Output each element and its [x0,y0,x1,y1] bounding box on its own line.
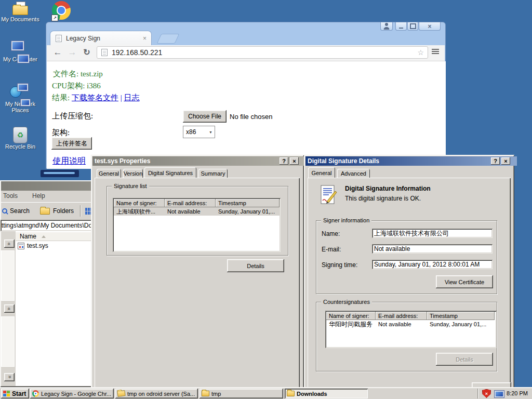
email-field[interactable]: Not available [372,244,493,254]
tab-general[interactable]: General [308,167,335,178]
cell-signer: 华阳时间戳服务 [326,320,376,328]
desktop-icon-recycle-bin[interactable]: ♻ Recycle Bin [1,127,39,150]
table-row[interactable]: 华阳时间戳服务 Not available Sunday, January 01… [326,320,495,328]
minimize-button[interactable] [395,22,407,31]
chevron-down-icon: ▼ [209,130,212,134]
start-button[interactable]: Start [1,389,29,398]
desktop-icon-my-documents[interactable]: My Documents [1,2,39,22]
reload-button[interactable]: ↻ [81,46,93,59]
table-row-selected[interactable]: 上海域联软件... Not available Sunday, January … [114,207,280,216]
signature-details-titlebar[interactable]: Digital Signature Details [305,156,517,166]
folders-button[interactable]: Folders [40,207,74,215]
result-label: 结果: [52,94,70,102]
upload-label: 上传压缩包: [52,111,93,121]
upload-and-sign-button[interactable]: 上传并签名 [51,137,92,150]
tab-summary[interactable]: Summary [198,169,228,178]
col-name-of-signer[interactable]: Name of signer: [326,312,376,320]
new-tab-button[interactable] [157,34,180,44]
col-email-address[interactable]: E-mail address: [165,199,216,207]
maximize-button[interactable] [407,22,418,31]
close-button[interactable]: × [501,157,510,165]
close-button[interactable]: × [290,157,299,165]
close-button[interactable]: × [419,22,441,31]
security-alert-icon[interactable]: × [482,389,491,398]
name-label: Name: [322,230,340,237]
task-button-tmp[interactable]: tmp [200,389,283,398]
search-button[interactable]: Search [1,207,30,215]
signing-time-value: Sunday, January 01, 2012 8:00:01 AM [372,261,480,268]
forward-button[interactable]: → [66,46,78,59]
bookmark-star-icon[interactable]: ☆ [417,48,424,57]
start-label: Start [12,390,26,397]
chrome-menu-button[interactable] [432,49,439,50]
task-button-chrome[interactable]: Legacy Sign - Google Chr... [30,389,114,398]
properties-titlebar[interactable]: test.sys Properties [92,156,307,166]
choose-file-button[interactable]: Choose File [183,110,227,123]
task-button-odroid[interactable]: tmp on odroid server (Sa... [115,389,198,398]
network-icon[interactable] [494,390,504,398]
log-link[interactable]: 日志 [124,94,139,102]
screen [496,392,503,396]
details-button[interactable]: Details [227,259,284,272]
tab-close-icon[interactable]: × [143,35,147,42]
menu-help[interactable]: Help [32,192,45,200]
task-panel-section [1,250,15,301]
profile-button[interactable] [380,22,393,31]
countersignatures-table[interactable]: Name of signer: E-mail address: Timestam… [325,311,497,348]
menu-tools[interactable]: Tools [3,192,18,200]
view-certificate-button[interactable]: View Certificate [436,275,493,288]
tab-version[interactable]: Version [123,169,143,178]
col-timestamp[interactable]: Timestamp [427,312,495,320]
toolbar-separator [80,205,81,217]
desktop-icon-my-network-places[interactable]: My Network Places [1,83,39,113]
browser-tab[interactable]: Legacy Sign × [50,31,152,45]
tab-digital-signatures[interactable]: Digital Signatures [144,167,196,178]
collapse-panel-button[interactable]: « [4,304,15,313]
signer-information-group: Signer information Name: 上海域联软件技术有限公司 E-… [316,220,497,294]
tab-advanced[interactable]: Advanced [337,169,370,178]
computer-icon [17,83,29,91]
signing-time-field[interactable]: Sunday, January 01, 2012 8:00:01 AM [372,260,493,269]
chevron-up-icon: « [6,242,12,245]
instructions-link[interactable]: 使用说明 [52,156,86,167]
clock[interactable]: 8:20 PM [507,390,528,396]
col-name-of-signer[interactable]: Name of signer: [114,199,165,207]
file-row-test-sys[interactable]: test.sys [18,242,48,249]
shortcut-arrow-icon: ↗ [51,15,58,21]
tab-general[interactable]: General [97,169,121,178]
details-button-disabled: Details [436,353,493,366]
back-button[interactable]: ← [51,46,64,59]
icon-detail [44,172,75,174]
tab-title: Legacy Sign [66,35,100,42]
task-button-downloads[interactable]: Downloads [285,389,368,398]
arch-select[interactable]: x86 ▼ [183,126,215,138]
tab-page: Digital Signature Information This digit… [308,178,511,397]
download-signed-file-link[interactable]: 下载签名文件 [72,94,118,102]
computer-icon [11,41,24,51]
signature-list-table[interactable]: Name of signer: E-mail address: Timestam… [113,198,281,252]
column-label: Name [16,233,36,240]
address-text: ttings\atmgnd\My Documents\Downl [1,222,101,229]
tray-separator [477,389,478,398]
select-value: x86 [183,128,196,136]
collapse-panel-button[interactable]: « [4,240,15,248]
help-button[interactable]: ? [491,157,500,165]
dialog-title: Digital Signature Details [308,157,379,165]
group-label: Signer information [321,217,371,224]
dialog-title: test.sys Properties [95,157,150,165]
desktop-icon-chrome-shortcut[interactable]: ↗ [50,1,73,20]
name-field[interactable]: 上海域联软件技术有限公司 [372,229,493,238]
address-bar[interactable]: 192.168.50.221 ☆ [97,46,428,59]
info-title: Digital Signature Information [345,185,431,192]
col-timestamp[interactable]: Timestamp [216,199,280,207]
help-button[interactable]: ? [280,157,288,165]
col-email-address[interactable]: E-mail address: [376,312,427,320]
cell-timestamp: Sunday, January 01,... [427,320,495,328]
tab-page: Signature list Name of signer: E-mail ad… [95,178,300,397]
desktop-icon-my-computer[interactable]: My Computer [1,39,39,62]
email-value: Not available [372,245,410,252]
windows-logo-icon [3,391,10,396]
info-text: This digital signature is OK. [345,195,421,202]
task-label: tmp on odroid server (Sa... [127,391,195,397]
expand-panel-button[interactable]: « [4,373,15,381]
